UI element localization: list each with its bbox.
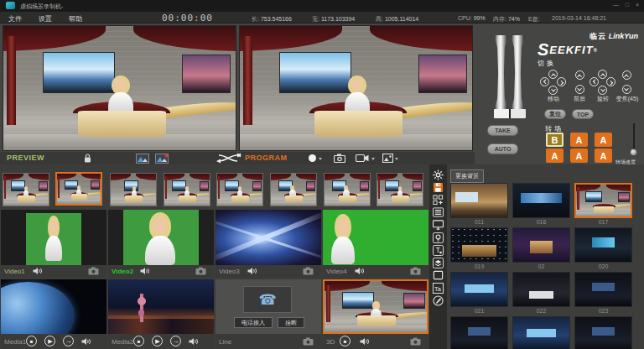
arrow-up-icon[interactable] [622, 70, 631, 80]
preset-thumb[interactable] [377, 173, 423, 206]
scene-card[interactable]: 022 [512, 272, 570, 315]
line-thumbnail[interactable]: ☎ 电话接入 挂断 [216, 279, 321, 334]
add-layout-icon[interactable] [432, 194, 445, 206]
camera-icon[interactable] [303, 267, 314, 275]
record-icon[interactable] [309, 154, 316, 162]
menu-settings[interactable]: 设置 [39, 14, 52, 23]
slider-thumb[interactable] [630, 148, 637, 156]
arrow-down-icon[interactable] [548, 86, 558, 95]
auto-button[interactable]: AUTO [487, 143, 518, 154]
scene-card[interactable] [512, 316, 570, 349]
lock-icon[interactable] [84, 154, 91, 163]
pad-move[interactable] [540, 70, 567, 95]
camcorder-dropdown-icon[interactable] [371, 158, 375, 160]
transition-b-icon[interactable] [155, 154, 169, 164]
transition-a-icon[interactable] [136, 154, 149, 164]
play-button[interactable]: ▶ [152, 336, 163, 346]
maximize-button[interactable]: □ [626, 2, 629, 8]
speaker-icon[interactable] [355, 267, 365, 275]
gear-icon[interactable] [432, 169, 445, 180]
scene-card[interactable] [450, 316, 508, 349]
camera-icon[interactable] [303, 337, 314, 346]
camcorder-icon[interactable] [356, 154, 369, 162]
transition-button-a3[interactable]: A [546, 148, 564, 163]
arrow-down-icon[interactable] [622, 85, 631, 94]
video1-thumbnail[interactable] [1, 210, 106, 265]
top-button[interactable]: TOP [572, 109, 594, 119]
speaker-icon[interactable] [247, 267, 257, 275]
take-button[interactable]: TAKE [487, 125, 518, 136]
next-button[interactable]: → [170, 336, 181, 346]
swap-icon[interactable] [216, 153, 242, 164]
arrow-down-icon[interactable] [598, 86, 607, 95]
play-button[interactable]: ▶ [44, 336, 55, 346]
pad-rotate[interactable] [589, 70, 616, 95]
scene-card[interactable]: 02 [512, 227, 570, 270]
t-bar-fader[interactable] [494, 35, 526, 120]
scene-card[interactable] [574, 316, 632, 349]
stop-button[interactable]: ■ [133, 336, 144, 346]
preset-thumb[interactable] [3, 173, 49, 206]
scene-card-selected[interactable]: 017 [574, 183, 632, 226]
transition-button-b[interactable]: B [546, 133, 564, 147]
scene-card[interactable]: 016 [512, 183, 570, 226]
preset-thumb-selected[interactable] [55, 172, 102, 206]
arrow-left-icon[interactable] [540, 77, 549, 86]
arrow-right-icon[interactable] [606, 77, 615, 86]
camera-icon[interactable] [195, 267, 206, 275]
stop-button[interactable]: ■ [26, 336, 37, 346]
reset-button[interactable]: 复位 [544, 109, 566, 119]
phone-hangup-button[interactable]: 挂断 [278, 317, 304, 328]
speaker-icon[interactable] [189, 337, 199, 346]
video4-thumbnail[interactable] [323, 210, 428, 265]
scene-card[interactable]: 020 [574, 227, 632, 270]
pen-icon[interactable] [432, 294, 445, 306]
preset-thumb[interactable] [164, 173, 210, 206]
layers-icon[interactable] [432, 257, 445, 268]
camera-icon[interactable] [410, 267, 421, 275]
video3-thumbnail[interactable] [216, 210, 321, 265]
media1-thumbnail[interactable] [1, 279, 106, 334]
arrow-up-icon[interactable] [548, 70, 558, 79]
list-icon[interactable] [432, 206, 445, 218]
camera-icon[interactable] [88, 267, 99, 275]
arrow-right-icon[interactable] [557, 77, 566, 86]
page-icon[interactable] [432, 269, 445, 281]
pad-zoom[interactable] [621, 70, 631, 95]
minimize-button[interactable]: — [613, 2, 619, 8]
bulb-icon[interactable] [432, 232, 445, 243]
phone-connect-button[interactable]: 电话接入 [234, 317, 273, 328]
arrow-down-icon[interactable] [575, 85, 584, 94]
video2-thumbnail[interactable] [108, 210, 214, 265]
menu-help[interactable]: 帮助 [69, 14, 82, 23]
transition-button-a5[interactable]: A [595, 148, 612, 163]
preset-thumb[interactable] [110, 173, 157, 206]
photo-camera-icon[interactable] [334, 154, 345, 163]
speaker-icon[interactable] [140, 267, 150, 275]
stop-button[interactable]: ■ [340, 336, 351, 346]
scene-card[interactable]: 019 [450, 227, 508, 270]
3d-thumbnail-selected[interactable] [323, 279, 428, 334]
picture-dropdown-icon[interactable] [395, 158, 398, 160]
text-tool-icon[interactable]: T [432, 244, 445, 256]
transition-button-a1[interactable]: A [570, 133, 588, 147]
picture-icon[interactable] [382, 154, 393, 163]
preset-thumb[interactable] [324, 173, 371, 206]
next-button[interactable]: → [63, 336, 74, 346]
pad-dolly[interactable] [574, 70, 584, 95]
scene-card[interactable]: 011 [450, 183, 508, 226]
text-style-icon[interactable]: Ta [432, 282, 445, 294]
media2-thumbnail[interactable] [108, 279, 214, 334]
change-background-tab[interactable]: 更换背景 [450, 169, 484, 183]
transition-button-a2[interactable]: A [595, 133, 612, 147]
arrow-left-icon[interactable] [589, 77, 599, 86]
scene-card[interactable]: 023 [574, 272, 632, 315]
monitor-icon[interactable] [432, 219, 445, 231]
record-dropdown-icon[interactable] [319, 158, 322, 160]
close-button[interactable]: × [636, 2, 639, 8]
menu-file[interactable]: 文件 [8, 14, 22, 23]
preset-thumb[interactable] [270, 173, 317, 206]
save-icon[interactable] [432, 181, 445, 193]
arrow-up-icon[interactable] [575, 70, 584, 80]
scene-card[interactable]: 021 [450, 272, 508, 315]
